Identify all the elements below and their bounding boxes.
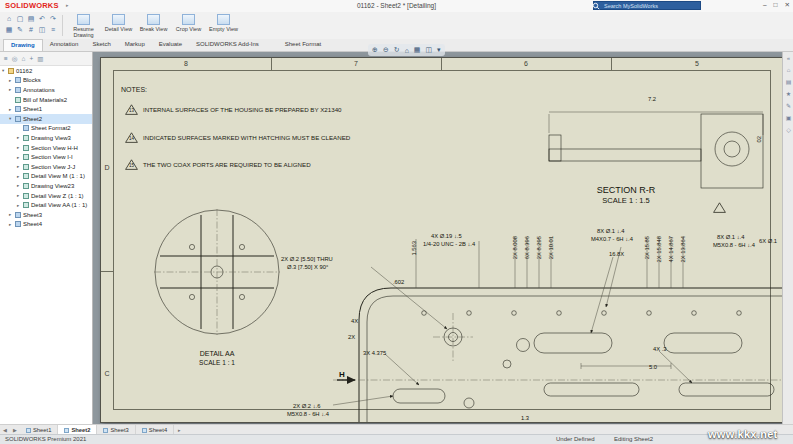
tab-sketch[interactable]: Sketch	[85, 39, 117, 51]
dimension-label[interactable]: 4X .3	[653, 346, 667, 352]
note-13[interactable]: 13 INTERNAL SURFACES OF THE HOUSING BE P…	[125, 104, 342, 115]
dimension-label[interactable]: Ø.3 [7.50] X 90°	[287, 264, 328, 270]
dimxpert-tab-icon[interactable]: ▥	[37, 55, 43, 63]
custom-properties-icon[interactable]: ▣	[783, 112, 793, 124]
redo-icon[interactable]: ↷	[48, 14, 58, 24]
tree-item-detail-view-aa[interactable]: ▸ Detail View AA (1 : 1)	[0, 200, 92, 210]
section-arrow-label[interactable]: H	[339, 370, 345, 379]
zoom-fit-icon[interactable]: ⊕	[372, 46, 378, 54]
dimension-label[interactable]: 6X 8.396	[524, 236, 530, 259]
dimension-label[interactable]: 8X Ø.1 ↓.4	[717, 234, 744, 240]
undo-icon[interactable]: ↶	[37, 14, 47, 24]
tree-item-blocks[interactable]: ▸ Blocks	[0, 76, 92, 86]
dimension-label[interactable]: 8X Ø.1 ↓.4	[597, 228, 624, 234]
tree-item-drawing-view3[interactable]: ▸ Drawing View3	[0, 133, 92, 143]
print-icon[interactable]: #	[26, 25, 36, 35]
dimension-label[interactable]: 2X Ø.2 ↓.6	[293, 403, 320, 409]
tab-markup[interactable]: Markup	[118, 39, 152, 51]
drawing-sheet[interactable]: 8 7 6 5 D C NOTES: 13 INTERNAL SURFACES …	[100, 57, 782, 423]
dimension-label[interactable]: 02	[756, 136, 762, 142]
tree-item-sheet3[interactable]: ▸ Sheet3	[0, 210, 92, 220]
empty-view-button[interactable]: Empty View	[206, 13, 241, 39]
tab-solidworks-addins[interactable]: SOLIDWORKS Add-Ins	[189, 39, 266, 51]
graphics-area[interactable]: 8 7 6 5 D C NOTES: 13 INTERNAL SURFACES …	[93, 52, 782, 424]
detail-view-aa-drawing[interactable]	[151, 206, 283, 338]
display-style-icon[interactable]: ◫	[425, 46, 432, 54]
dimension-label[interactable]: 2X	[348, 334, 355, 340]
file-explorer-icon[interactable]: ★	[783, 88, 793, 100]
dimension-label[interactable]: 4X	[351, 318, 358, 324]
tree-item-section-view-hh[interactable]: ▸ Section View H-H	[0, 143, 92, 153]
dimension-label[interactable]: 4X 14.867	[668, 236, 674, 262]
hide-show-icon[interactable]: ▾	[437, 46, 441, 54]
design-library-icon[interactable]: ▤	[783, 76, 793, 88]
home-pane-icon[interactable]: ⌂	[783, 64, 793, 76]
property-manager-tab-icon[interactable]: ◎	[12, 55, 18, 63]
break-view-button[interactable]: Break View	[136, 13, 171, 39]
resume-drawing-button[interactable]: Resume Drawing	[66, 13, 101, 39]
notes-heading[interactable]: NOTES:	[121, 86, 147, 93]
dimension-label[interactable]: 2X 10.01	[548, 236, 554, 259]
pan-icon[interactable]: ⌂	[405, 47, 409, 54]
dimension-label[interactable]: 6X Ø.1	[759, 238, 777, 244]
dimension-label[interactable]: 2X Ø.2 [5.50] THRU	[281, 256, 333, 262]
dimension-label[interactable]: M5X0.8 - 6H ↓.4	[713, 242, 755, 248]
dimension-label[interactable]: 5.0	[649, 364, 657, 370]
window-icon[interactable]: ◫	[37, 25, 47, 35]
dimension-label[interactable]: .602	[393, 279, 404, 285]
dimension-label[interactable]: 1.3	[521, 415, 529, 421]
flag-triangle-icon[interactable]: 15	[713, 202, 782, 213]
configuration-tab-icon[interactable]: ⌂	[21, 55, 25, 62]
tree-item-detail-view-m[interactable]: ▸ Detail View M (1 : 1)	[0, 172, 92, 182]
note-14[interactable]: 14 INDICATED SURFACES MARKED WITH HATCHI…	[125, 132, 350, 143]
dimension-label[interactable]: 2X 15.848	[656, 236, 662, 262]
dimension-label[interactable]: 1.563	[411, 241, 417, 256]
dimension-label[interactable]: 2X 8.008	[512, 236, 518, 259]
tab-annotation[interactable]: Annotation	[43, 39, 86, 51]
appearance-tab-icon[interactable]: +	[29, 55, 33, 62]
tab-drawing[interactable]: Drawing	[3, 39, 43, 51]
rotate-view-icon[interactable]: ↻	[394, 46, 400, 54]
dimension-label[interactable]: M5X0.8 - 6H ↓.4	[287, 411, 329, 417]
collapse-pane-icon[interactable]: «	[783, 52, 793, 64]
view-orientation-icon[interactable]: ▦	[414, 46, 421, 54]
tree-item-sheet4[interactable]: ▸ Sheet4	[0, 220, 92, 230]
home-icon[interactable]: ⌂	[4, 14, 14, 24]
tree-item-sheet1[interactable]: ▸ Sheet1	[0, 104, 92, 114]
tree-item-01162[interactable]: ▾ 01162	[0, 66, 92, 76]
tab-evaluate[interactable]: Evaluate	[152, 39, 189, 51]
tree-item-sheet-format2[interactable]: Sheet Format2	[0, 124, 92, 134]
dimension-label[interactable]: 2X 15.85	[644, 236, 650, 259]
tree-item-section-view-ii[interactable]: ▸ Section View I-I	[0, 152, 92, 162]
dimension-label[interactable]: 3X 4.375	[363, 350, 386, 356]
maximize-button[interactable]: □	[774, 1, 778, 9]
note-15[interactable]: 15 THE TWO COAX PORTS ARE REQUIRED TO BE…	[125, 159, 311, 170]
close-button[interactable]: ✕	[785, 1, 790, 9]
search-input[interactable]	[593, 1, 701, 10]
dimension-label[interactable]: M4X0.7 - 6H ↓.4	[591, 236, 633, 242]
options-icon[interactable]: ≡	[48, 25, 58, 35]
minimize-button[interactable]: –	[763, 1, 767, 9]
dimension-label[interactable]: 7.2	[637, 96, 667, 102]
tree-item-detail-view-z[interactable]: ▸ Detail View Z (1 : 1)	[0, 191, 92, 201]
crop-view-button[interactable]: Crop View	[171, 13, 206, 39]
dimension-label[interactable]: 4X Ø.19 ↓.5	[431, 233, 462, 239]
detail-view-button[interactable]: Detail View	[101, 13, 136, 39]
tree-item-section-view-jj[interactable]: ▸ Section View J-J	[0, 162, 92, 172]
tab-sheet-format[interactable]: Sheet Format	[278, 39, 328, 51]
dimension-label[interactable]: 1/4-20 UNC - 2B ↓.4	[423, 241, 475, 247]
zoom-area-icon[interactable]: ⊖	[383, 46, 389, 54]
edit-icon[interactable]: ✎	[15, 25, 25, 35]
dimension-label[interactable]: 16.8X	[609, 251, 624, 257]
tree-item-bom[interactable]: Bill of Materials2	[0, 95, 92, 105]
save-icon[interactable]: ▦	[4, 25, 14, 35]
appearances-icon[interactable]: ✎	[783, 100, 793, 112]
feature-tree-tab-icon[interactable]: ≡	[4, 55, 8, 62]
forum-icon[interactable]: ◇	[783, 124, 793, 136]
menu-arrow-icon[interactable]: ▸	[66, 2, 69, 8]
main-drawing-view[interactable]	[329, 233, 782, 422]
dimension-label[interactable]: 2X 13.864	[680, 236, 686, 262]
new-document-icon[interactable]: ▢	[15, 14, 25, 24]
open-icon[interactable]: ▤	[26, 14, 36, 24]
tree-item-annotations[interactable]: ▸ Annotations	[0, 85, 92, 95]
